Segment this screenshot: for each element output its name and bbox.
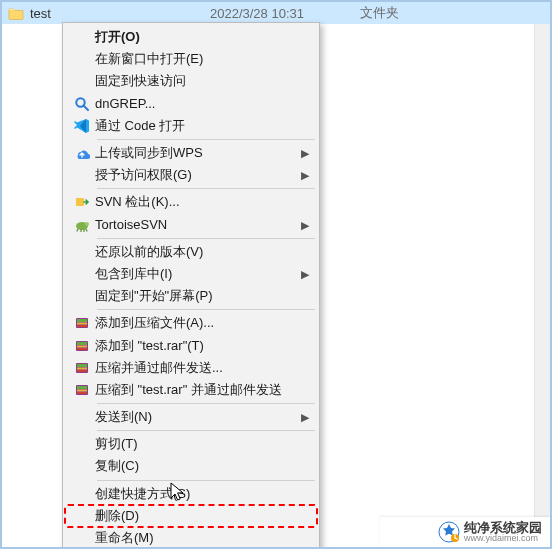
blank-icon: [69, 434, 95, 454]
menu-rename[interactable]: 重命名(M): [65, 527, 317, 549]
winrar-icon: [69, 313, 95, 333]
menu-label: TortoiseSVN: [95, 217, 297, 232]
svg-point-4: [85, 222, 89, 226]
menu-svn-checkout[interactable]: SVN 检出(K)...: [65, 191, 317, 213]
menu-separator: [97, 188, 315, 189]
svg-rect-12: [77, 348, 87, 350]
winrar-icon: [69, 358, 95, 378]
wps-cloud-icon: [69, 143, 95, 163]
menu-cut[interactable]: 剪切(T): [65, 433, 317, 455]
menu-separator: [97, 139, 315, 140]
svg-rect-19: [77, 389, 87, 391]
menu-upload-wps[interactable]: 上传或同步到WPS ▶: [65, 142, 317, 164]
blank-icon: [69, 484, 95, 504]
blank-icon: [69, 264, 95, 284]
winrar-icon: [69, 380, 95, 400]
tortoise-svn-icon: [69, 215, 95, 235]
menu-label: 授予访问权限(G): [95, 166, 297, 184]
menu-add-to-test-rar[interactable]: 添加到 "test.rar"(T): [65, 334, 317, 356]
submenu-arrow-icon: ▶: [301, 147, 309, 160]
vscode-icon: [69, 116, 95, 136]
menu-create-shortcut[interactable]: 创建快捷方式(S): [65, 483, 317, 505]
blank-icon: [69, 286, 95, 306]
menu-label: 剪切(T): [95, 435, 297, 453]
menu-label: 上传或同步到WPS: [95, 144, 297, 162]
svg-rect-14: [77, 364, 87, 367]
menu-label: SVN 检出(K)...: [95, 193, 297, 211]
menu-label: 创建快捷方式(S): [95, 485, 297, 503]
menu-open[interactable]: 打开(O): [65, 26, 317, 48]
dngrep-icon: [69, 94, 95, 114]
menu-compress-test-rar-email[interactable]: 压缩到 "test.rar" 并通过邮件发送: [65, 379, 317, 401]
context-menu: 打开(O) 在新窗口中打开(E) 固定到快速访问 dnGREP... 通过 Co…: [62, 22, 320, 549]
svg-rect-18: [77, 386, 87, 389]
menu-send-to[interactable]: 发送到(N) ▶: [65, 406, 317, 428]
svg-rect-6: [77, 319, 87, 322]
menu-grant-access[interactable]: 授予访问权限(G) ▶: [65, 164, 317, 186]
menu-label: 在新窗口中打开(E): [95, 50, 297, 68]
svg-rect-10: [77, 342, 87, 345]
menu-label: 包含到库中(I): [95, 265, 297, 283]
menu-separator: [97, 238, 315, 239]
menu-compress-email[interactable]: 压缩并通过邮件发送...: [65, 357, 317, 379]
svg-rect-15: [77, 367, 87, 369]
blank-icon: [69, 407, 95, 427]
menu-label: 通过 Code 打开: [95, 117, 297, 135]
svg-rect-16: [77, 370, 87, 372]
folder-row[interactable]: test 2022/3/28 10:31 文件夹: [2, 2, 550, 24]
menu-label: 添加到 "test.rar"(T): [95, 337, 297, 355]
menu-pin-quick-access[interactable]: 固定到快速访问: [65, 70, 317, 92]
blank-icon: [69, 506, 95, 526]
winrar-icon: [69, 336, 95, 356]
blank-icon: [69, 456, 95, 476]
svg-line-1: [84, 105, 89, 110]
menu-separator: [97, 403, 315, 404]
menu-pin-start[interactable]: 固定到"开始"屏幕(P): [65, 285, 317, 307]
menu-include-in-library[interactable]: 包含到库中(I) ▶: [65, 263, 317, 285]
menu-label: 压缩到 "test.rar" 并通过邮件发送: [95, 381, 297, 399]
menu-label: 删除(D): [95, 507, 297, 525]
svg-rect-11: [77, 345, 87, 347]
menu-open-with-code[interactable]: 通过 Code 打开: [65, 115, 317, 137]
svn-checkout-icon: [69, 192, 95, 212]
submenu-arrow-icon: ▶: [301, 169, 309, 182]
submenu-arrow-icon: ▶: [301, 411, 309, 424]
blank-icon: [69, 71, 95, 91]
menu-label: 复制(C): [95, 457, 297, 475]
menu-label: 打开(O): [95, 28, 297, 46]
menu-separator: [97, 430, 315, 431]
menu-restore-versions[interactable]: 还原以前的版本(V): [65, 241, 317, 263]
blank-icon: [69, 242, 95, 262]
watermark-footer: 纯净系统家园 www.yidaimei.com: [380, 517, 550, 547]
blank-icon: [69, 528, 95, 548]
menu-label: 重命名(M): [95, 529, 297, 547]
folder-icon: [8, 6, 24, 20]
watermark-domain: www.yidaimei.com: [464, 534, 542, 543]
menu-label: 固定到快速访问: [95, 72, 297, 90]
blank-icon: [69, 49, 95, 69]
menu-open-new-window[interactable]: 在新窗口中打开(E): [65, 48, 317, 70]
menu-delete[interactable]: 删除(D): [65, 505, 317, 527]
watermark-logo-icon: [438, 521, 460, 543]
menu-add-to-archive[interactable]: 添加到压缩文件(A)...: [65, 312, 317, 334]
menu-label: 添加到压缩文件(A)...: [95, 314, 297, 332]
svg-rect-20: [77, 392, 87, 394]
blank-icon: [69, 27, 95, 47]
menu-separator: [97, 480, 315, 481]
folder-name: test: [30, 6, 210, 21]
vertical-scrollbar[interactable]: [534, 2, 550, 517]
svg-rect-8: [77, 325, 87, 327]
folder-date: 2022/3/28 10:31: [210, 6, 330, 21]
menu-label: 发送到(N): [95, 408, 297, 426]
menu-copy[interactable]: 复制(C): [65, 455, 317, 477]
svg-rect-7: [77, 323, 87, 325]
menu-label: dnGREP...: [95, 96, 297, 111]
menu-label: 固定到"开始"屏幕(P): [95, 287, 297, 305]
submenu-arrow-icon: ▶: [301, 267, 309, 280]
svg-rect-2: [76, 198, 84, 206]
menu-tortoise-svn[interactable]: TortoiseSVN ▶: [65, 214, 317, 236]
menu-dngrep[interactable]: dnGREP...: [65, 93, 317, 115]
menu-label: 压缩并通过邮件发送...: [95, 359, 297, 377]
menu-separator: [97, 309, 315, 310]
submenu-arrow-icon: ▶: [301, 218, 309, 231]
